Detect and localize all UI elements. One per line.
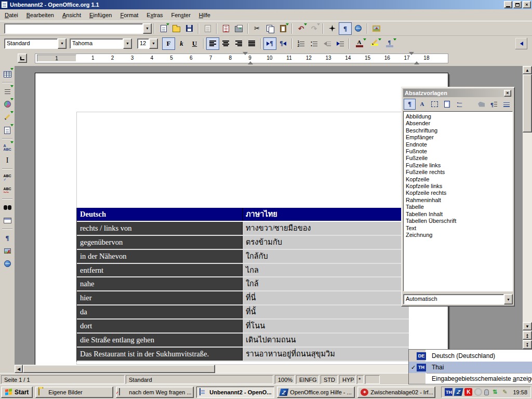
menu-item[interactable]: Hilfe: [195, 10, 215, 20]
status-zoom[interactable]: 100%: [275, 375, 295, 384]
table-column-marker[interactable]: [243, 55, 248, 61]
previous-page-button[interactable]: ▲▲: [523, 331, 532, 340]
style-filter-combobox[interactable]: Automatisch ▼: [403, 294, 513, 304]
style-filter-field[interactable]: Automatisch: [403, 294, 504, 304]
paragraph-style-field[interactable]: Standard: [4, 38, 58, 49]
images-on-off-button[interactable]: ✗: [1, 244, 14, 257]
vertical-scrollbar[interactable]: ▲ ▼ ▲▲ ▼▼: [523, 66, 532, 365]
align-right-button[interactable]: [232, 37, 245, 50]
style-list-item[interactable]: Fußzeile: [406, 155, 510, 162]
thai-keyboard-indicator[interactable]: TH: [445, 388, 453, 396]
copy-button[interactable]: [263, 22, 276, 35]
close-button[interactable]: ×: [523, 1, 531, 8]
task-button-ooo-hilfe[interactable]: Z OpenOffice.org Hilfe - ...: [277, 387, 355, 398]
font-name-field[interactable]: Tahoma: [70, 38, 123, 49]
style-list-item[interactable]: Zeichnung: [406, 232, 510, 238]
decrease-indent-button[interactable]: [321, 37, 334, 50]
numbering-styles-button[interactable]: •—•—: [454, 99, 466, 110]
font-dropdown-button[interactable]: ▼: [123, 38, 132, 49]
data-sources-button[interactable]: [1, 214, 14, 227]
font-size-combobox[interactable]: 12 ▼: [137, 38, 158, 49]
url-dropdown-button[interactable]: ▼: [143, 23, 152, 34]
spellcheck-button[interactable]: ABC✓: [1, 171, 14, 184]
antivir-icon[interactable]: K: [464, 388, 472, 396]
status-page-style[interactable]: Standard: [126, 375, 273, 384]
highlighting-button[interactable]: [367, 37, 382, 50]
toolbar-scroll-left-button[interactable]: [515, 37, 528, 50]
language-item-german[interactable]: DE Deutsch (Deutschland): [409, 350, 532, 362]
font-size-field[interactable]: 12: [137, 38, 149, 49]
style-list-item[interactable]: Empfänger: [406, 134, 510, 141]
font-color-button[interactable]: A: [352, 37, 367, 50]
style-list-item[interactable]: Tabelle: [406, 204, 510, 210]
start-button[interactable]: Start: [1, 387, 33, 398]
menu-item[interactable]: Ansicht: [58, 10, 85, 20]
style-filter-dropdown-button[interactable]: ▼: [504, 294, 513, 304]
next-page-button[interactable]: ▼▼: [523, 340, 532, 349]
page-styles-button[interactable]: [441, 99, 453, 110]
italic-button[interactable]: k: [175, 37, 188, 50]
language-item-thai[interactable]: ✓ TH Thai: [409, 362, 532, 373]
table-cell-thai[interactable]: ที่นั้: [243, 305, 409, 318]
insert-object-button[interactable]: [1, 98, 14, 111]
tablet-pen-icon[interactable]: ✎: [501, 388, 509, 396]
table-cell-german[interactable]: Das Restaurant ist in der Sukhumvitstraß…: [77, 348, 243, 361]
autotext-button[interactable]: AABC: [1, 141, 14, 154]
table-cell-german[interactable]: dort: [77, 320, 243, 332]
right-to-left-button[interactable]: ¶: [276, 37, 289, 50]
bullet-list-button[interactable]: ••: [308, 37, 321, 50]
task-button-unbenannt2[interactable]: Unbenannt2 - OpenO...: [196, 387, 274, 398]
style-list-item[interactable]: Kopfzeile: [406, 176, 510, 183]
new-style-from-selection-button[interactable]: ¶: [488, 99, 500, 110]
paste-button[interactable]: [276, 22, 289, 35]
menu-item[interactable]: Datei: [1, 10, 22, 20]
table-cell-thai[interactable]: ตรงข้ามกับ: [243, 236, 409, 249]
stylist-button[interactable]: ¶: [339, 22, 352, 35]
navigator-button[interactable]: [326, 22, 339, 35]
style-list-item[interactable]: Beschriftung: [406, 127, 510, 134]
status-insert-mode[interactable]: EINFG: [296, 375, 319, 384]
scroll-left-button[interactable]: ◀: [15, 365, 23, 373]
increase-indent-button[interactable]: [334, 37, 347, 50]
show-input-locale-bar-item[interactable]: Eingabegebietsschemaleiste anzeigen: [409, 373, 532, 384]
form-functions-button[interactable]: [1, 124, 14, 137]
frame-styles-button[interactable]: [429, 99, 441, 110]
status-hyperlink-mode[interactable]: HYP: [339, 375, 356, 384]
menu-item[interactable]: Bearbeiten: [22, 10, 58, 20]
updater-icon[interactable]: ⇅: [491, 388, 499, 396]
task-button-weg-fragen[interactable]: ✓ nach dem Weg fragen ...: [116, 387, 194, 398]
restore-button[interactable]: [513, 1, 522, 8]
table-cell-german[interactable]: gegenübervon: [77, 236, 243, 249]
insert-table-button[interactable]: [1, 68, 14, 81]
horizontal-scroll-thumb[interactable]: [23, 365, 215, 373]
style-list-item[interactable]: Abbildung: [406, 113, 510, 120]
direct-cursor-button[interactable]: I: [1, 154, 14, 167]
insert-section-button[interactable]: [1, 85, 14, 98]
fill-format-mode-button[interactable]: [475, 99, 487, 110]
url-combobox[interactable]: ▼: [4, 23, 152, 34]
volume-icon[interactable]: [474, 388, 482, 396]
menu-item[interactable]: Extras: [142, 10, 167, 20]
table-cell-german[interactable]: hier: [77, 291, 243, 304]
table-cell-german[interactable]: entfernt: [77, 264, 243, 277]
bold-button[interactable]: F: [162, 37, 175, 50]
menu-item[interactable]: Format: [116, 10, 142, 20]
table-cell-german[interactable]: rechts / links von: [77, 222, 243, 235]
new-document-button[interactable]: [157, 22, 170, 35]
character-styles-button[interactable]: A: [416, 99, 428, 110]
font-name-combobox[interactable]: Tahoma ▼: [70, 38, 132, 49]
style-list[interactable]: AbbildungAbsenderBeschriftungEmpfängerEn…: [403, 111, 513, 291]
style-list-item[interactable]: Endnote: [406, 141, 510, 148]
table-header-thai[interactable]: ภาษาไทย: [243, 208, 409, 221]
left-to-right-button[interactable]: ¶: [263, 37, 276, 50]
table-cell-thai[interactable]: ที่โนน: [243, 320, 409, 332]
export-pdf-button[interactable]: [219, 22, 232, 35]
style-list-item[interactable]: Fußnote: [406, 148, 510, 155]
online-layout-button[interactable]: [1, 257, 14, 270]
align-center-button[interactable]: [219, 37, 232, 50]
table-cell-thai[interactable]: เดินไปตามถนน: [243, 334, 409, 347]
align-left-button[interactable]: [206, 37, 219, 50]
undo-button[interactable]: ↶: [295, 22, 308, 35]
scroll-down-button[interactable]: ▼: [523, 322, 532, 330]
size-dropdown-button[interactable]: ▼: [149, 38, 158, 49]
